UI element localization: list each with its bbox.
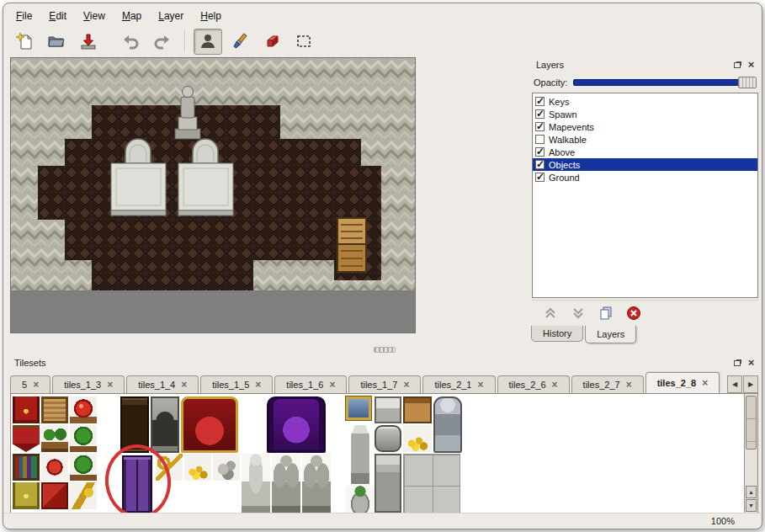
layer-visibility-checkbox[interactable]: [535, 97, 545, 106]
menu-layer[interactable]: Layer: [151, 8, 191, 24]
raise-layer-button[interactable]: [542, 305, 559, 322]
tileset-tab-5[interactable]: tiles_1_7: [348, 375, 421, 393]
tile-gargoyle-statue[interactable]: [272, 454, 300, 513]
layer-row-1[interactable]: Spawn: [533, 108, 757, 120]
scroll-tabs-right-button[interactable]: [743, 375, 758, 393]
rect-select-tool-button[interactable]: [290, 29, 318, 55]
tile-red-flag[interactable]: [13, 425, 40, 452]
lower-layer-button[interactable]: [570, 305, 587, 322]
tile-gray-chest[interactable]: [375, 396, 401, 423]
stamp-tool-button[interactable]: [194, 29, 222, 55]
splitter-grip-icon[interactable]: [374, 347, 396, 353]
tile-wooden-desk[interactable]: [403, 396, 432, 423]
map-canvas[interactable]: [10, 57, 416, 333]
tile-red-jar[interactable]: [41, 454, 68, 481]
tileset-tab-8[interactable]: tiles_2_7: [571, 375, 644, 393]
layer-visibility-checkbox[interactable]: [535, 109, 545, 119]
dock-tab-1[interactable]: Layers: [585, 326, 636, 343]
float-panel-button[interactable]: [730, 59, 743, 71]
tile-gold-pile[interactable]: [184, 454, 211, 481]
layer-visibility-checkbox[interactable]: [535, 135, 545, 144]
menu-edit[interactable]: Edit: [41, 8, 74, 24]
tileset-tab-0[interactable]: 5: [10, 375, 50, 393]
float-panel-button[interactable]: [730, 357, 743, 369]
menu-file[interactable]: File: [8, 8, 40, 24]
tile-gold-treasure[interactable]: [403, 425, 432, 452]
dock-tab-0[interactable]: History: [531, 326, 583, 342]
tile-plant[interactable]: [70, 425, 97, 452]
tileset-tab-9[interactable]: tiles_2_8: [645, 372, 720, 393]
eraser-tool-button[interactable]: [258, 29, 286, 55]
tab-close-icon[interactable]: [478, 379, 484, 391]
layer-visibility-checkbox[interactable]: [535, 173, 545, 182]
layer-row-3[interactable]: Walkable: [533, 133, 757, 146]
tile-gargoyle-statue-2[interactable]: [302, 454, 331, 513]
tile-yellow-banner[interactable]: [13, 482, 40, 509]
tile-obelisk[interactable]: [346, 425, 375, 484]
tile-potted-plants[interactable]: [41, 425, 68, 452]
layer-visibility-checkbox[interactable]: [535, 147, 545, 157]
open-button[interactable]: [42, 29, 71, 55]
tile-bookshelf[interactable]: [13, 454, 40, 481]
tile-painting[interactable]: [346, 396, 371, 420]
layer-visibility-checkbox[interactable]: [535, 122, 545, 131]
tileset-scrollbar[interactable]: [744, 394, 757, 513]
new-file-button[interactable]: [10, 29, 39, 55]
save-button[interactable]: [74, 29, 103, 55]
scroll-up-button[interactable]: [746, 486, 757, 498]
layer-row-4[interactable]: Above: [533, 146, 757, 158]
menu-map[interactable]: Map: [114, 8, 149, 24]
tile-gold-key[interactable]: [156, 454, 183, 481]
menu-help[interactable]: Help: [193, 8, 229, 24]
opacity-slider[interactable]: [573, 76, 757, 88]
tile-gold-horn[interactable]: [70, 482, 97, 509]
tile-red-throne[interactable]: [181, 396, 238, 453]
brush-tool-button[interactable]: [226, 29, 254, 55]
tab-close-icon[interactable]: [626, 379, 632, 391]
tile-loom[interactable]: [41, 396, 68, 423]
tile-red-banner[interactable]: [13, 396, 40, 423]
scroll-tabs-left-button[interactable]: [727, 375, 742, 393]
tab-close-icon[interactable]: [403, 379, 409, 391]
tab-close-icon[interactable]: [552, 379, 558, 391]
undo-button[interactable]: [116, 29, 145, 55]
tile-pedestal[interactable]: [375, 454, 401, 513]
tile-angel-statue[interactable]: [242, 454, 270, 513]
tab-close-icon[interactable]: [181, 379, 187, 391]
tile-stone-vase[interactable]: [346, 486, 375, 513]
tab-close-icon[interactable]: [702, 377, 708, 389]
scrollbar-thumb[interactable]: [746, 396, 757, 450]
delete-layer-button[interactable]: [625, 305, 642, 322]
tab-close-icon[interactable]: [255, 379, 261, 391]
redo-button[interactable]: [148, 29, 177, 55]
tile-coffin[interactable]: [375, 425, 401, 452]
layer-row-6[interactable]: Ground: [533, 171, 757, 184]
tile-purple-throne[interactable]: [267, 396, 326, 453]
tile-knight-armor[interactable]: [433, 396, 462, 453]
layer-row-2[interactable]: Mapevents: [533, 120, 757, 133]
tileset-tab-1[interactable]: tiles_1_3: [52, 375, 125, 393]
tile-crypt-door[interactable]: [151, 396, 179, 453]
tile-rock-pile[interactable]: [213, 454, 240, 481]
tile-red-cloth[interactable]: [41, 482, 68, 509]
tile-plant-2[interactable]: [70, 454, 97, 481]
tab-close-icon[interactable]: [107, 379, 113, 391]
tile-red-pot[interactable]: [70, 396, 97, 423]
close-panel-button[interactable]: [745, 59, 757, 71]
horizontal-splitter[interactable]: [10, 346, 759, 354]
close-panel-button[interactable]: [745, 357, 757, 369]
scroll-down-button[interactable]: [746, 499, 757, 512]
tileset-tab-2[interactable]: tiles_1_4: [126, 375, 199, 393]
tile-dark-cabinet[interactable]: [120, 396, 149, 453]
tile-stone-tiles[interactable]: [403, 454, 460, 513]
opacity-slider-handle[interactable]: [738, 77, 757, 88]
tileset-tab-7[interactable]: tiles_2_6: [497, 375, 570, 393]
tile-purple-door[interactable]: [122, 455, 152, 513]
layer-visibility-checkbox[interactable]: [535, 160, 545, 169]
tileset-tab-4[interactable]: tiles_1_6: [274, 375, 347, 393]
tab-close-icon[interactable]: [33, 379, 39, 391]
tab-close-icon[interactable]: [329, 379, 335, 391]
menu-view[interactable]: View: [76, 8, 113, 24]
tileset-tab-6[interactable]: tiles_2_1: [422, 375, 495, 393]
duplicate-layer-button[interactable]: [598, 305, 614, 322]
